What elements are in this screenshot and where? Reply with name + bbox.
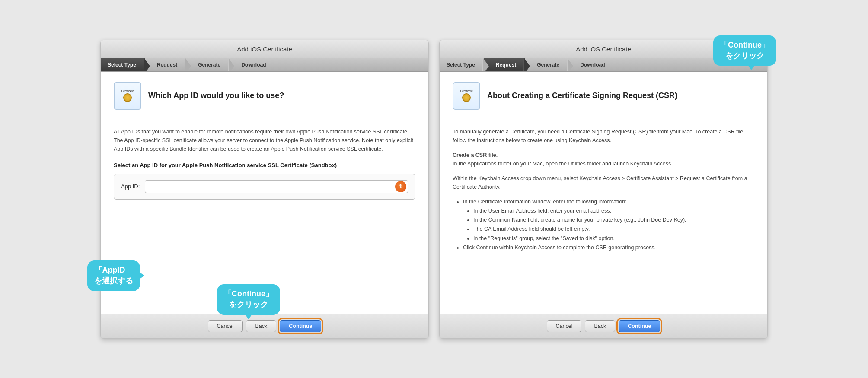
- panel1-body-text: All App IDs that you want to enable for …: [114, 127, 415, 153]
- back-button-2[interactable]: Back: [585, 320, 615, 332]
- certificate-icon-2: Certificate: [453, 82, 480, 110]
- panels-row: Add iOS Certificate Select Type Request …: [100, 40, 768, 339]
- breadcrumb-download: Download: [229, 58, 274, 71]
- cancel-button[interactable]: Cancel: [208, 320, 243, 332]
- create-csr-text: In the Applications folder on your Mac, …: [453, 161, 673, 167]
- panel2-header: Certificate About Creating a Certificate…: [453, 82, 754, 117]
- panel2-body-intro: To manually generate a Certificate, you …: [453, 127, 754, 145]
- cancel-button-2[interactable]: Cancel: [547, 320, 582, 332]
- final-bullet: Click Continue within Keychain Access to…: [463, 243, 754, 252]
- breadcrumb2-select-type: Select Type: [440, 58, 484, 71]
- callout-continue1: 「Continue」 をクリック: [217, 284, 280, 314]
- panel2-header-title: About Creating a Certificate Signing Req…: [487, 91, 677, 100]
- breadcrumb2-request[interactable]: Request: [484, 58, 525, 71]
- app-id-box: App ID: ⇅: [114, 174, 415, 200]
- panel2-content: Certificate About Creating a Certificate…: [440, 72, 767, 314]
- panel1-footer: Cancel Back Continue: [101, 314, 428, 338]
- panel1-section-label: Select an App ID for your Apple Push Not…: [114, 162, 415, 168]
- app-id-select[interactable]: [145, 180, 408, 193]
- breadcrumb2-generate: Generate: [525, 58, 568, 71]
- cert-seal-2: [462, 93, 471, 102]
- panel1-breadcrumb: Select Type Request Generate Download: [101, 58, 428, 72]
- sub-bullet-1: In the Common Name field, create a name …: [473, 216, 754, 225]
- panel1-wrapper: Add iOS Certificate Select Type Request …: [100, 40, 429, 339]
- callout-continue2: 「Continue」 をクリック: [713, 35, 776, 66]
- panel2-wrapper: 「Continue」 をクリック Add iOS Certificate Sel…: [439, 40, 768, 339]
- breadcrumb2-download: Download: [568, 58, 613, 71]
- panel1-header: Certificate Which App ID would you like …: [114, 82, 415, 117]
- breadcrumb-request: Request: [145, 58, 186, 71]
- create-csr-bold: Create a CSR file.: [453, 152, 498, 158]
- sub-bullet-3: In the "Request is" group, select the "S…: [473, 234, 754, 243]
- app-id-label: App ID:: [121, 183, 140, 190]
- continue-button-2[interactable]: Continue: [619, 320, 660, 332]
- panel2-footer: Cancel Back Continue: [440, 314, 767, 338]
- certificate-icon: Certificate: [114, 82, 141, 110]
- sub-bullets: In the User Email Address field, enter y…: [463, 206, 754, 243]
- panel2-create-csr: Create a CSR file. In the Applications f…: [453, 151, 754, 168]
- breadcrumb-generate: Generate: [186, 58, 229, 71]
- panel1-header-title: Which App ID would you like to use?: [148, 91, 284, 100]
- callout-appid: 「AppID」 を選択する: [87, 260, 140, 291]
- sub-bullet-2: The CA Email Address field should be lef…: [473, 225, 754, 234]
- panel1-title: Add iOS Certificate: [101, 40, 428, 58]
- app-id-select-wrapper: ⇅: [145, 180, 408, 193]
- cert-seal: [123, 93, 132, 102]
- panel1-content: Certificate Which App ID would you like …: [101, 72, 428, 314]
- sub-bullet-0: In the User Email Address field, enter y…: [473, 206, 754, 216]
- panel2-within-text: Within the Keychain Access drop down men…: [453, 174, 754, 191]
- panel2: Add iOS Certificate Select Type Request …: [439, 40, 768, 339]
- continue-button[interactable]: Continue: [280, 320, 321, 332]
- panel2-bullets: In the Certificate Information window, e…: [453, 197, 754, 253]
- bullet-intro: In the Certificate Information window, e…: [463, 197, 754, 243]
- breadcrumb-select-type[interactable]: Select Type: [101, 58, 145, 71]
